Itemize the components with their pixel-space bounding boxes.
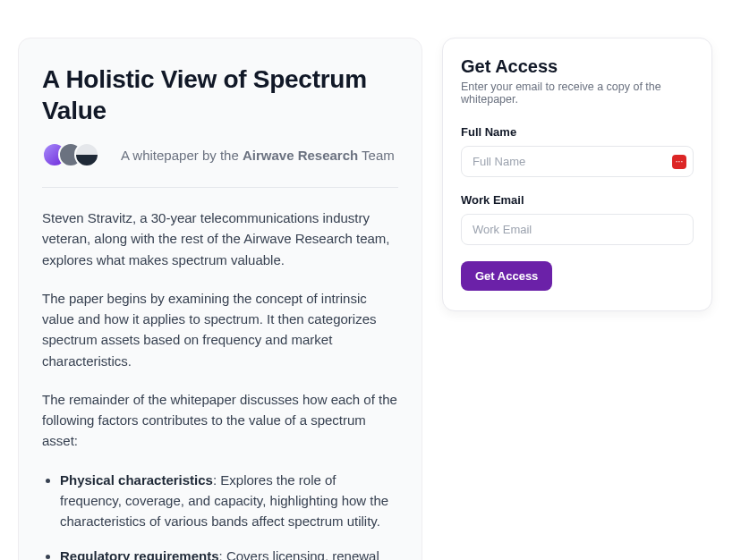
email-label: Work Email [461,193,694,207]
list-item-label: Regulatory requirements [60,548,219,560]
avatar [74,142,99,167]
form-title: Get Access [461,56,694,77]
form-subtitle: Enter your email to receive a copy of th… [461,81,694,106]
fullname-label: Full Name [461,125,694,139]
list-item-label: Physical characteristics [60,472,213,488]
input-badge-icon[interactable]: ··· [672,155,686,169]
email-group [461,214,694,245]
byline-team: Airwave Research [243,148,358,163]
author-row: A whitepaper by the Airwave Research Tea… [42,142,398,167]
body-paragraph: The paper begins by examining the concep… [42,288,398,371]
byline-prefix: A whitepaper by the [121,148,243,163]
fullname-group: ··· [461,146,694,177]
list-item: Regulatory requirements: Covers licensin… [60,546,398,560]
intro-paragraph: Steven Stravitz, a 30-year telecommunica… [42,208,398,270]
get-access-button[interactable]: Get Access [461,261,552,291]
byline-suffix: Team [358,148,395,163]
access-form-card: Get Access Enter your email to receive a… [442,38,712,311]
byline: A whitepaper by the Airwave Research Tea… [121,148,395,163]
whitepaper-card: A Holistic View of Spectrum Value A whit… [18,38,422,560]
body-paragraph: The remainder of the whitepaper discusse… [42,389,398,452]
page-title: A Holistic View of Spectrum Value [42,64,398,126]
fullname-input[interactable] [461,146,694,177]
factor-list: Physical characteristics: Explores the r… [42,470,398,561]
divider [42,187,398,188]
email-input[interactable] [461,214,694,245]
author-avatars [42,142,99,167]
list-item: Physical characteristics: Explores the r… [60,470,398,532]
